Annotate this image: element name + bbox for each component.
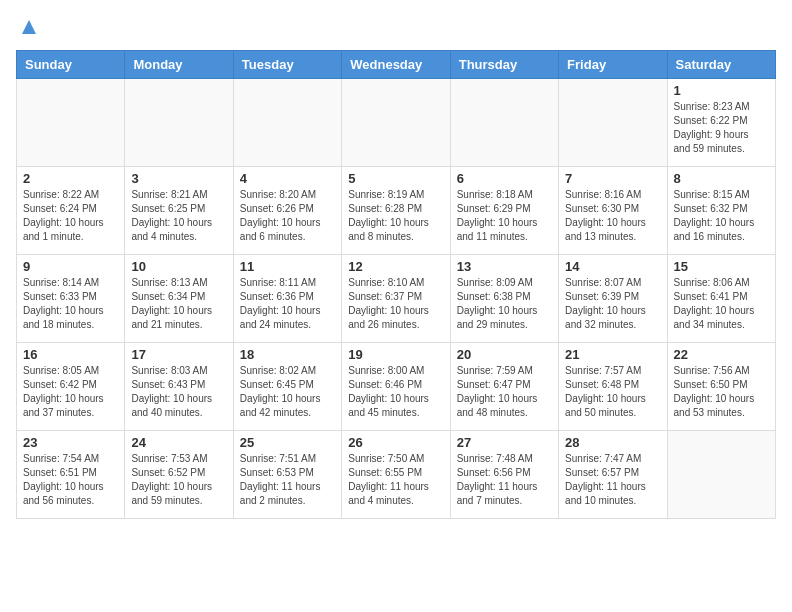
day-cell: 14Sunrise: 8:07 AM Sunset: 6:39 PM Dayli… (559, 255, 667, 343)
day-info: Sunrise: 7:54 AM Sunset: 6:51 PM Dayligh… (23, 452, 118, 508)
day-info: Sunrise: 8:06 AM Sunset: 6:41 PM Dayligh… (674, 276, 769, 332)
day-info: Sunrise: 8:05 AM Sunset: 6:42 PM Dayligh… (23, 364, 118, 420)
day-cell (559, 79, 667, 167)
day-info: Sunrise: 8:03 AM Sunset: 6:43 PM Dayligh… (131, 364, 226, 420)
day-info: Sunrise: 8:22 AM Sunset: 6:24 PM Dayligh… (23, 188, 118, 244)
day-number: 27 (457, 435, 552, 450)
day-cell: 26Sunrise: 7:50 AM Sunset: 6:55 PM Dayli… (342, 431, 450, 519)
day-number: 15 (674, 259, 769, 274)
day-number: 26 (348, 435, 443, 450)
day-cell: 7Sunrise: 8:16 AM Sunset: 6:30 PM Daylig… (559, 167, 667, 255)
day-cell (233, 79, 341, 167)
day-cell: 11Sunrise: 8:11 AM Sunset: 6:36 PM Dayli… (233, 255, 341, 343)
day-number: 9 (23, 259, 118, 274)
day-info: Sunrise: 8:16 AM Sunset: 6:30 PM Dayligh… (565, 188, 660, 244)
day-number: 8 (674, 171, 769, 186)
day-info: Sunrise: 8:13 AM Sunset: 6:34 PM Dayligh… (131, 276, 226, 332)
day-cell: 23Sunrise: 7:54 AM Sunset: 6:51 PM Dayli… (17, 431, 125, 519)
day-info: Sunrise: 8:21 AM Sunset: 6:25 PM Dayligh… (131, 188, 226, 244)
day-number: 12 (348, 259, 443, 274)
day-cell (450, 79, 558, 167)
header (16, 16, 776, 38)
day-info: Sunrise: 7:57 AM Sunset: 6:48 PM Dayligh… (565, 364, 660, 420)
svg-marker-0 (22, 20, 36, 34)
day-cell: 4Sunrise: 8:20 AM Sunset: 6:26 PM Daylig… (233, 167, 341, 255)
day-number: 16 (23, 347, 118, 362)
day-cell: 13Sunrise: 8:09 AM Sunset: 6:38 PM Dayli… (450, 255, 558, 343)
weekday-header-monday: Monday (125, 51, 233, 79)
day-info: Sunrise: 8:11 AM Sunset: 6:36 PM Dayligh… (240, 276, 335, 332)
week-row-2: 2Sunrise: 8:22 AM Sunset: 6:24 PM Daylig… (17, 167, 776, 255)
logo-icon (18, 16, 40, 38)
day-cell (125, 79, 233, 167)
week-row-4: 16Sunrise: 8:05 AM Sunset: 6:42 PM Dayli… (17, 343, 776, 431)
weekday-header-saturday: Saturday (667, 51, 775, 79)
day-number: 14 (565, 259, 660, 274)
day-info: Sunrise: 8:18 AM Sunset: 6:29 PM Dayligh… (457, 188, 552, 244)
day-number: 23 (23, 435, 118, 450)
day-info: Sunrise: 7:53 AM Sunset: 6:52 PM Dayligh… (131, 452, 226, 508)
day-number: 20 (457, 347, 552, 362)
day-number: 3 (131, 171, 226, 186)
day-info: Sunrise: 8:19 AM Sunset: 6:28 PM Dayligh… (348, 188, 443, 244)
day-number: 7 (565, 171, 660, 186)
day-info: Sunrise: 8:10 AM Sunset: 6:37 PM Dayligh… (348, 276, 443, 332)
day-number: 1 (674, 83, 769, 98)
weekday-header-wednesday: Wednesday (342, 51, 450, 79)
day-number: 18 (240, 347, 335, 362)
day-number: 2 (23, 171, 118, 186)
day-cell: 1Sunrise: 8:23 AM Sunset: 6:22 PM Daylig… (667, 79, 775, 167)
day-cell: 27Sunrise: 7:48 AM Sunset: 6:56 PM Dayli… (450, 431, 558, 519)
day-cell: 6Sunrise: 8:18 AM Sunset: 6:29 PM Daylig… (450, 167, 558, 255)
weekday-header-tuesday: Tuesday (233, 51, 341, 79)
weekday-header-friday: Friday (559, 51, 667, 79)
day-cell: 3Sunrise: 8:21 AM Sunset: 6:25 PM Daylig… (125, 167, 233, 255)
day-cell: 21Sunrise: 7:57 AM Sunset: 6:48 PM Dayli… (559, 343, 667, 431)
day-number: 6 (457, 171, 552, 186)
day-cell: 2Sunrise: 8:22 AM Sunset: 6:24 PM Daylig… (17, 167, 125, 255)
day-cell (667, 431, 775, 519)
day-cell: 28Sunrise: 7:47 AM Sunset: 6:57 PM Dayli… (559, 431, 667, 519)
day-cell: 18Sunrise: 8:02 AM Sunset: 6:45 PM Dayli… (233, 343, 341, 431)
day-info: Sunrise: 8:02 AM Sunset: 6:45 PM Dayligh… (240, 364, 335, 420)
day-info: Sunrise: 8:07 AM Sunset: 6:39 PM Dayligh… (565, 276, 660, 332)
day-info: Sunrise: 7:51 AM Sunset: 6:53 PM Dayligh… (240, 452, 335, 508)
weekday-header-row: SundayMondayTuesdayWednesdayThursdayFrid… (17, 51, 776, 79)
day-info: Sunrise: 7:50 AM Sunset: 6:55 PM Dayligh… (348, 452, 443, 508)
day-info: Sunrise: 8:09 AM Sunset: 6:38 PM Dayligh… (457, 276, 552, 332)
day-info: Sunrise: 7:56 AM Sunset: 6:50 PM Dayligh… (674, 364, 769, 420)
logo (16, 16, 40, 38)
day-cell: 20Sunrise: 7:59 AM Sunset: 6:47 PM Dayli… (450, 343, 558, 431)
calendar: SundayMondayTuesdayWednesdayThursdayFrid… (16, 50, 776, 519)
day-number: 19 (348, 347, 443, 362)
day-number: 22 (674, 347, 769, 362)
day-number: 5 (348, 171, 443, 186)
day-number: 10 (131, 259, 226, 274)
day-cell: 12Sunrise: 8:10 AM Sunset: 6:37 PM Dayli… (342, 255, 450, 343)
day-cell: 10Sunrise: 8:13 AM Sunset: 6:34 PM Dayli… (125, 255, 233, 343)
day-number: 17 (131, 347, 226, 362)
day-cell: 16Sunrise: 8:05 AM Sunset: 6:42 PM Dayli… (17, 343, 125, 431)
day-info: Sunrise: 8:23 AM Sunset: 6:22 PM Dayligh… (674, 100, 769, 156)
day-number: 28 (565, 435, 660, 450)
day-number: 11 (240, 259, 335, 274)
day-info: Sunrise: 8:14 AM Sunset: 6:33 PM Dayligh… (23, 276, 118, 332)
week-row-5: 23Sunrise: 7:54 AM Sunset: 6:51 PM Dayli… (17, 431, 776, 519)
day-info: Sunrise: 8:00 AM Sunset: 6:46 PM Dayligh… (348, 364, 443, 420)
day-cell: 8Sunrise: 8:15 AM Sunset: 6:32 PM Daylig… (667, 167, 775, 255)
day-number: 24 (131, 435, 226, 450)
day-info: Sunrise: 7:59 AM Sunset: 6:47 PM Dayligh… (457, 364, 552, 420)
day-cell: 24Sunrise: 7:53 AM Sunset: 6:52 PM Dayli… (125, 431, 233, 519)
day-cell: 5Sunrise: 8:19 AM Sunset: 6:28 PM Daylig… (342, 167, 450, 255)
day-info: Sunrise: 7:48 AM Sunset: 6:56 PM Dayligh… (457, 452, 552, 508)
day-cell (342, 79, 450, 167)
day-number: 21 (565, 347, 660, 362)
week-row-3: 9Sunrise: 8:14 AM Sunset: 6:33 PM Daylig… (17, 255, 776, 343)
day-cell (17, 79, 125, 167)
day-cell: 15Sunrise: 8:06 AM Sunset: 6:41 PM Dayli… (667, 255, 775, 343)
day-number: 4 (240, 171, 335, 186)
day-number: 25 (240, 435, 335, 450)
day-info: Sunrise: 8:15 AM Sunset: 6:32 PM Dayligh… (674, 188, 769, 244)
day-cell: 17Sunrise: 8:03 AM Sunset: 6:43 PM Dayli… (125, 343, 233, 431)
day-number: 13 (457, 259, 552, 274)
